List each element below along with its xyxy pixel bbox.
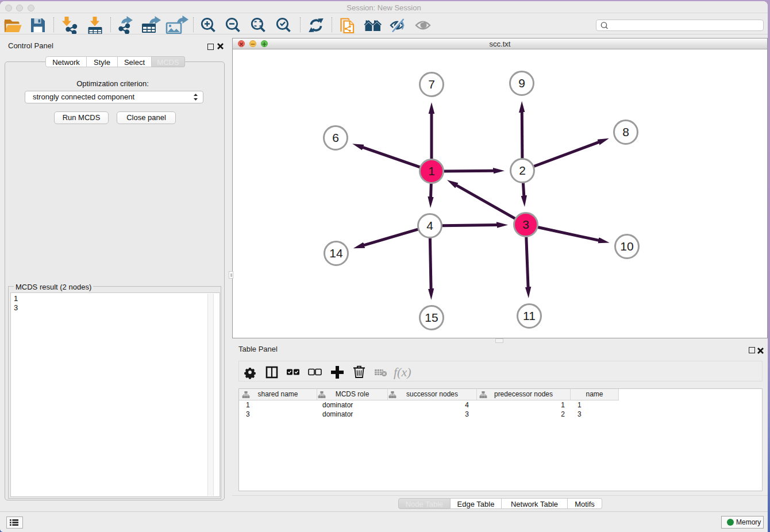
- svg-text:f(x): f(x): [394, 365, 411, 379]
- svg-text:7: 7: [428, 78, 435, 91]
- svg-text:10: 10: [620, 240, 633, 253]
- svg-text:8: 8: [622, 125, 629, 138]
- svg-text:4: 4: [426, 219, 433, 232]
- svg-text:15: 15: [425, 311, 438, 324]
- svg-text:14: 14: [329, 246, 343, 260]
- svg-text:9: 9: [518, 76, 525, 90]
- svg-text:3: 3: [522, 218, 529, 231]
- svg-text:6: 6: [332, 131, 339, 144]
- svg-text:2: 2: [519, 164, 526, 177]
- svg-text:1: 1: [428, 164, 435, 178]
- svg-text:11: 11: [523, 309, 536, 322]
